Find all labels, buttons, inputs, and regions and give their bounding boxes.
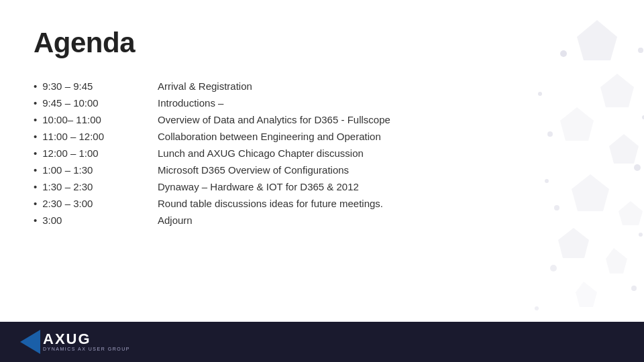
agenda-time-3: •11:00 – 12:00 — [34, 129, 158, 143]
svg-point-20 — [535, 306, 539, 310]
agenda-time-5: •1:00 – 1:30 — [34, 163, 158, 177]
agenda-time-4: •12:00 – 1:00 — [34, 146, 158, 160]
agenda-time-0: •9:30 – 9:45 — [34, 79, 158, 93]
time-label: 2:30 – 3:00 — [42, 198, 93, 209]
agenda-desc-8: Adjourn — [158, 213, 610, 227]
time-label: 9:30 – 9:45 — [42, 80, 93, 92]
svg-point-16 — [631, 286, 637, 291]
page: Agenda •9:30 – 9:45Arrival & Registratio… — [0, 0, 644, 362]
logo-text: AXUG DYNAMICS AX USER GROUP — [43, 332, 130, 352]
time-label: 1:30 – 2:30 — [42, 181, 93, 192]
agenda-desc-1: Introductions – — [158, 96, 610, 110]
bullet-icon: • — [34, 114, 37, 125]
agenda-time-2: •10:00– 11:00 — [34, 113, 158, 127]
agenda-desc-5: Microsoft D365 Overview of Configuration… — [158, 163, 610, 177]
svg-marker-7 — [606, 248, 627, 274]
agenda-time-6: •1:30 – 2:30 — [34, 180, 158, 194]
svg-marker-8 — [576, 282, 597, 307]
agenda-desc-6: Dynaway – Hardware & IOT for D365 & 2012 — [158, 180, 610, 194]
logo: AXUG DYNAMICS AX USER GROUP — [20, 330, 130, 354]
time-label: 12:00 – 1:00 — [42, 147, 98, 159]
page-title: Agenda — [34, 27, 610, 59]
agenda-list: •9:30 – 9:45Arrival & Registration•9:45 … — [34, 79, 610, 227]
bullet-icon: • — [34, 147, 37, 159]
logo-sub-text: DYNAMICS AX USER GROUP — [43, 347, 130, 352]
agenda-time-8: •3:00 — [34, 213, 158, 227]
bullet-icon: • — [34, 164, 37, 176]
logo-main-text: AXUG — [43, 332, 130, 347]
agenda-desc-7: Round table discussions ideas for future… — [158, 196, 610, 210]
logo-triangle-icon — [20, 330, 40, 354]
bottom-bar: AXUG DYNAMICS AX USER GROUP — [0, 322, 644, 362]
bullet-icon: • — [34, 80, 37, 92]
time-label: 9:45 – 10:00 — [42, 97, 98, 109]
agenda-time-1: •9:45 – 10:00 — [34, 96, 158, 110]
bullet-icon: • — [34, 215, 37, 226]
main-content: Agenda •9:30 – 9:45Arrival & Registratio… — [0, 0, 644, 247]
time-label: 11:00 – 12:00 — [42, 131, 104, 142]
agenda-desc-4: Lunch and AXUG Chicago Chapter discussio… — [158, 146, 610, 160]
time-label: 1:00 – 1:30 — [42, 164, 93, 176]
svg-point-15 — [550, 265, 557, 272]
time-label: 10:00– 11:00 — [42, 114, 101, 125]
time-label: 3:00 — [42, 215, 62, 226]
bullet-icon: • — [34, 198, 37, 209]
bullet-icon: • — [34, 181, 37, 192]
agenda-time-7: •2:30 – 3:00 — [34, 196, 158, 210]
agenda-desc-3: Collaboration between Engineering and Op… — [158, 129, 610, 143]
agenda-desc-0: Arrival & Registration — [158, 79, 610, 93]
bullet-icon: • — [34, 97, 37, 109]
bullet-icon: • — [34, 131, 37, 142]
agenda-desc-2: Overview of Data and Analytics for D365 … — [158, 113, 610, 127]
